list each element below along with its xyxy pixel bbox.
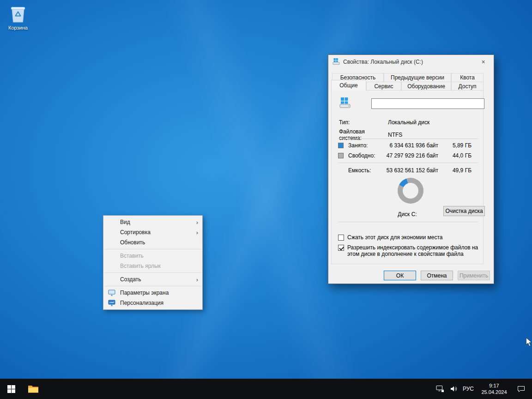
filesystem-label: Файловая система: xyxy=(339,128,388,141)
type-row: Тип: Локальный диск xyxy=(339,119,478,126)
compress-checkbox-label[interactable]: Сжать этот диск для экономии места xyxy=(347,234,481,241)
free-size: 44,0 ГБ xyxy=(438,152,472,159)
start-button[interactable] xyxy=(0,379,22,399)
personalization-icon xyxy=(108,299,115,307)
used-space-row: Занято: 6 334 631 936 байт 5,89 ГБ xyxy=(338,142,472,149)
index-checkbox[interactable] xyxy=(338,245,344,251)
volume-label-input[interactable] xyxy=(371,98,484,109)
menu-item-label: Параметры экрана xyxy=(120,290,169,296)
used-label: Занято: xyxy=(348,142,381,149)
free-space-row: Свободно: 47 297 929 216 байт 44,0 ГБ xyxy=(338,152,472,159)
notification-icon xyxy=(517,385,525,393)
capacity-label: Емкость: xyxy=(348,167,381,174)
index-checkbox-label[interactable]: Разрешить индексировать содержимое файло… xyxy=(347,244,483,257)
tab-page-general: Тип: Локальный диск Файловая система: NT… xyxy=(331,90,484,264)
recycle-bin[interactable]: Корзина xyxy=(5,4,31,30)
recycle-bin-icon xyxy=(9,4,27,23)
filesystem-row: Файловая система: NTFS xyxy=(339,128,478,135)
menu-item-label: Сортировка xyxy=(120,229,151,236)
used-size: 5,89 ГБ xyxy=(438,142,472,149)
menu-item-label: Обновить xyxy=(120,239,145,246)
menu-item-label: Вставить ярлык xyxy=(120,263,161,269)
dialog-title: Свойства: Локальный диск (C:) xyxy=(343,59,423,65)
separator xyxy=(338,163,478,163)
tab-quota[interactable]: Квота xyxy=(451,73,484,82)
taskbar-clock[interactable]: 9:17 25.04.2024 xyxy=(477,382,512,395)
volume-icon[interactable] xyxy=(447,379,460,399)
action-center-button[interactable] xyxy=(512,379,530,399)
menu-item-paste-shortcut: Вставить ярлык xyxy=(103,261,202,271)
menu-item-label: Вставить xyxy=(120,253,144,259)
windows-logo-icon xyxy=(7,385,15,393)
recycle-bin-label: Корзина xyxy=(5,25,31,30)
capacity-row: Емкость: 53 632 561 152 байт 49,9 ГБ xyxy=(338,167,472,174)
system-tray: РУС 9:17 25.04.2024 xyxy=(433,379,532,399)
taskbar: РУС 9:17 25.04.2024 xyxy=(0,379,532,399)
free-bytes: 47 297 929 216 байт xyxy=(381,152,438,159)
menu-item-label: Создать xyxy=(120,276,141,283)
ok-button[interactable]: ОК xyxy=(384,271,416,280)
separator xyxy=(338,139,478,139)
desktop-context-menu: Вид › Сортировка › Обновить Вставить Вст… xyxy=(103,215,203,310)
properties-dialog: Свойства: Локальный диск (C:) × Безопасн… xyxy=(328,54,494,284)
disk-usage-donut-chart xyxy=(398,178,423,204)
disk-cleanup-button[interactable]: Очистка диска xyxy=(443,206,485,216)
chevron-right-icon: › xyxy=(196,230,198,236)
menu-item-display-settings[interactable]: Параметры экрана xyxy=(103,288,202,298)
close-button[interactable]: × xyxy=(473,55,494,68)
clock-date: 25.04.2024 xyxy=(477,389,512,395)
drive-icon-large xyxy=(339,97,351,109)
used-bytes: 6 334 631 936 байт xyxy=(381,142,438,149)
menu-separator xyxy=(104,272,201,273)
dialog-titlebar[interactable]: Свойства: Локальный диск (C:) × xyxy=(328,55,494,69)
menu-separator xyxy=(104,286,201,286)
free-label: Свободно: xyxy=(348,152,381,159)
clock-time: 9:17 xyxy=(477,382,512,389)
drive-icon xyxy=(332,58,340,66)
tab-tools[interactable]: Сервис xyxy=(366,82,401,90)
separator xyxy=(338,222,478,222)
chevron-right-icon: › xyxy=(196,277,198,283)
desktop[interactable]: Корзина Вид › Сортировка › Обновить Вста… xyxy=(0,0,532,399)
network-status-icon[interactable] xyxy=(433,379,447,399)
menu-item-paste: Вставить xyxy=(103,251,202,261)
menu-item-new[interactable]: Создать › xyxy=(103,274,202,284)
apply-button: Применить xyxy=(458,271,490,280)
file-explorer-button[interactable] xyxy=(22,379,44,399)
type-value: Локальный диск xyxy=(388,119,478,126)
menu-item-personalization[interactable]: Персонализация xyxy=(103,298,202,308)
language-indicator[interactable]: РУС xyxy=(460,386,477,392)
compress-checkbox[interactable] xyxy=(338,235,344,241)
capacity-bytes: 53 632 561 152 байт xyxy=(381,167,438,174)
display-settings-icon xyxy=(108,289,115,296)
chevron-right-icon: › xyxy=(196,219,198,225)
tab-general[interactable]: Общие xyxy=(331,80,366,91)
mouse-cursor xyxy=(526,338,532,348)
menu-item-refresh[interactable]: Обновить xyxy=(103,237,202,248)
filesystem-value: NTFS xyxy=(388,132,478,138)
tab-hardware[interactable]: Оборудование xyxy=(401,82,451,90)
free-color-swatch xyxy=(338,153,344,158)
menu-item-view[interactable]: Вид › xyxy=(103,217,202,227)
folder-icon xyxy=(28,385,39,393)
cancel-button[interactable]: Отмена xyxy=(421,271,453,280)
menu-item-label: Персонализация xyxy=(120,300,163,306)
type-label: Тип: xyxy=(339,119,388,126)
tab-previous-versions[interactable]: Предыдущие версии xyxy=(384,73,451,82)
menu-item-label: Вид xyxy=(120,219,130,225)
capacity-size: 49,9 ГБ xyxy=(438,167,472,174)
used-color-swatch xyxy=(338,143,344,148)
menu-item-sort[interactable]: Сортировка › xyxy=(103,227,202,237)
menu-separator xyxy=(104,249,201,249)
tab-sharing[interactable]: Доступ xyxy=(451,82,484,90)
